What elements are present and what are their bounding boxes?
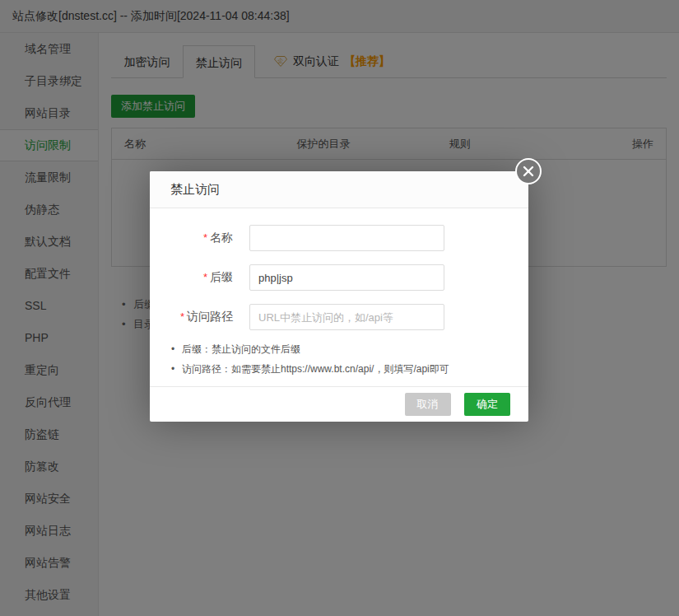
modal-notes: 后缀：禁止访问的文件后缀 访问路径：如需要禁止https://www.bt.cn… [170, 343, 508, 376]
modal-note-suffix: 后缀：禁止访问的文件后缀 [170, 343, 508, 356]
suffix-field-label: *后缀 [170, 270, 249, 285]
cancel-button[interactable]: 取消 [405, 393, 451, 416]
modal-note-access-path: 访问路径：如需要禁止https://www.bt.cn/api/，则填写/api… [170, 363, 508, 376]
form-row-suffix: *后缀 [170, 264, 508, 291]
required-mark: * [203, 231, 207, 244]
form-row-name: *名称 [170, 225, 508, 251]
confirm-button[interactable]: 确定 [464, 393, 510, 416]
name-field-label: *名称 [170, 231, 249, 245]
form-row-access-path: *访问路径 [170, 304, 508, 330]
name-field[interactable] [249, 225, 444, 251]
required-mark: * [180, 310, 184, 323]
forbid-access-modal: 禁止访问 *名称 *后缀 *访问路径 后缀：禁止访问的文件后缀 访问路径：如需要… [150, 171, 528, 422]
access-path-field[interactable] [249, 304, 444, 330]
close-icon[interactable] [515, 158, 542, 184]
modal-body: *名称 *后缀 *访问路径 后缀：禁止访问的文件后缀 访问路径：如需要禁止htt… [150, 208, 528, 376]
modal-title: 禁止访问 [170, 182, 220, 196]
modal-footer: 取消 确定 [150, 386, 528, 422]
close-x-glyph [523, 166, 534, 177]
modal-header: 禁止访问 [150, 171, 528, 208]
required-mark: * [203, 271, 207, 283]
suffix-field[interactable] [249, 264, 444, 291]
access-path-field-label: *访问路径 [170, 310, 249, 324]
